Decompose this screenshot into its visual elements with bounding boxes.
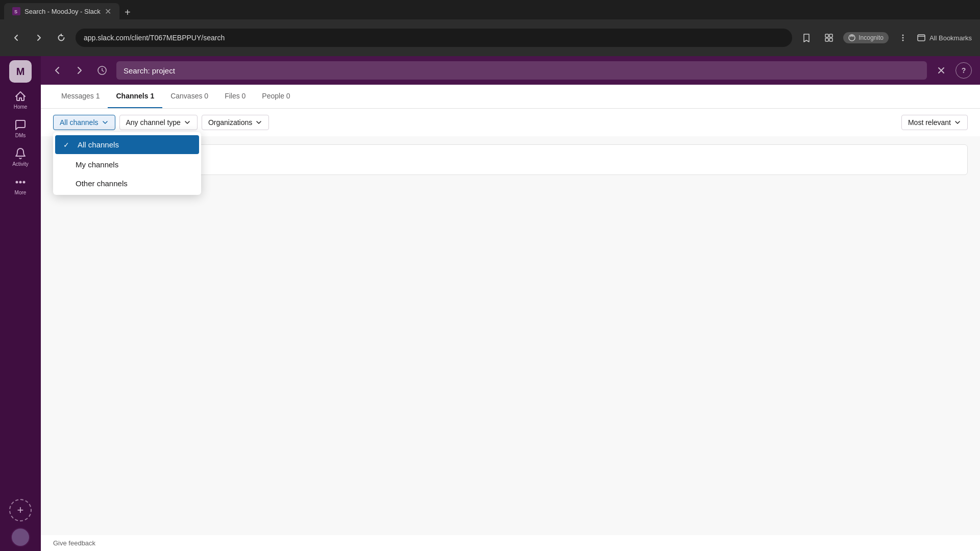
browser-tabs: S Search - MoodJoy - Slack ✕ + [0,0,980,19]
search-help-button[interactable]: ? [955,62,972,79]
svg-rect-4 [829,38,832,41]
address-text: app.slack.com/client/T067MEBPPUY/search [84,34,225,42]
sidebar-item-home-label: Home [14,104,28,110]
tab-channels[interactable]: Channels 1 [108,85,162,108]
dropdown-item-other-channels-label: Other channels [76,179,128,188]
channel-type-filter-label: Any channel type [126,118,181,127]
tab-people-label: People 0 [262,92,290,100]
tab-close-button[interactable]: ✕ [105,7,111,16]
svg-rect-3 [825,38,828,41]
help-icon: ? [962,66,966,74]
search-text: Search: project [124,66,175,75]
search-back-button[interactable] [49,62,65,79]
incognito-badge: Incognito [843,32,889,43]
sidebar-item-activity[interactable]: Activity [7,144,34,170]
search-header: Search: project ? [41,56,980,85]
user-avatar[interactable] [11,528,30,547]
bookmark-button[interactable] [798,30,815,46]
tab-canvases-label: Canvases 0 [170,92,208,100]
sidebar-item-more-label: More [15,190,27,195]
dropdown-item-all-channels-label: All channels [78,140,119,149]
dropdown-item-my-channels-label: My channels [76,160,118,169]
tab-favicon: S [12,7,20,15]
all-channels-filter-button[interactable]: All channels [53,115,115,130]
sidebar-item-home[interactable]: Home [7,87,34,113]
sort-label: Most relevant [908,118,951,127]
tab-messages-label: Messages 1 [61,92,100,100]
sidebar: M Home DMs Activity More + [0,56,41,551]
give-feedback-label: Give feedback [53,539,95,547]
browser-toolbar: app.slack.com/client/T067MEBPPUY/search … [0,19,980,56]
back-button[interactable] [8,30,24,46]
search-forward-button[interactable] [71,62,88,79]
search-input[interactable]: Search: project [116,61,927,80]
results-content [41,136,980,535]
give-feedback-link[interactable]: Give feedback [41,535,980,551]
svg-point-12 [23,182,25,183]
svg-point-6 [902,35,903,36]
forward-button[interactable] [31,30,47,46]
svg-point-11 [20,182,21,183]
main-content: Search: project ? Messages 1 Channels 1 … [41,56,980,551]
filters-row: All channels ✓ All channels My channels [41,109,980,136]
search-results: Messages 1 Channels 1 Canvases 0 Files 0… [41,85,980,551]
all-channels-filter-label: All channels [60,118,99,127]
svg-text:S: S [14,9,17,14]
toolbar-actions: Incognito [798,30,911,46]
svg-rect-2 [829,34,832,37]
new-tab-button[interactable]: + [120,5,135,19]
add-button[interactable]: + [9,499,32,521]
tab-files[interactable]: Files 0 [216,85,254,108]
dropdown-item-my-channels[interactable]: My channels [53,155,201,174]
tab-messages[interactable]: Messages 1 [53,85,108,108]
dropdown-item-all-channels[interactable]: ✓ All channels [55,135,199,154]
extension-button[interactable] [821,30,837,46]
tab-channels-label: Channels 1 [116,92,154,100]
search-tabs: Messages 1 Channels 1 Canvases 0 Files 0… [41,85,980,109]
search-history-button[interactable] [94,62,110,79]
svg-point-10 [16,182,18,183]
tab-people[interactable]: People 0 [254,85,298,108]
workspace-avatar[interactable]: M [9,60,32,83]
svg-point-8 [902,40,903,41]
all-channels-filter-container: All channels ✓ All channels My channels [53,115,115,130]
app: M Home DMs Activity More + [0,56,980,551]
tab-files-label: Files 0 [225,92,246,100]
incognito-label: Incognito [859,34,884,41]
sidebar-item-activity-label: Activity [12,161,29,167]
tab-canvases[interactable]: Canvases 0 [162,85,216,108]
sidebar-item-more[interactable]: More [7,172,34,199]
dropdown-item-other-channels[interactable]: Other channels [53,174,201,193]
svg-point-7 [902,37,903,39]
active-tab[interactable]: S Search - MoodJoy - Slack ✕ [4,3,119,19]
sidebar-item-dms[interactable]: DMs [7,115,34,142]
all-bookmarks-label: All Bookmarks [929,34,972,42]
org-filter-button[interactable]: Organizations [202,115,269,130]
svg-rect-9 [918,35,925,41]
svg-rect-1 [825,34,828,37]
browser-chrome: S Search - MoodJoy - Slack ✕ + app.slack… [0,0,980,56]
menu-button[interactable] [895,30,911,46]
sidebar-item-dms-label: DMs [15,133,26,138]
org-filter-label: Organizations [208,118,252,127]
reload-button[interactable] [53,30,69,46]
checkmark-icon: ✓ [63,141,72,149]
channels-dropdown-menu: ✓ All channels My channels Other channel… [53,132,201,195]
address-bar[interactable]: app.slack.com/client/T067MEBPPUY/search [76,29,792,47]
search-close-button[interactable] [933,62,949,79]
sort-button[interactable]: Most relevant [901,115,968,130]
tab-title: Search - MoodJoy - Slack [24,8,101,15]
channel-type-filter-button[interactable]: Any channel type [119,115,198,130]
